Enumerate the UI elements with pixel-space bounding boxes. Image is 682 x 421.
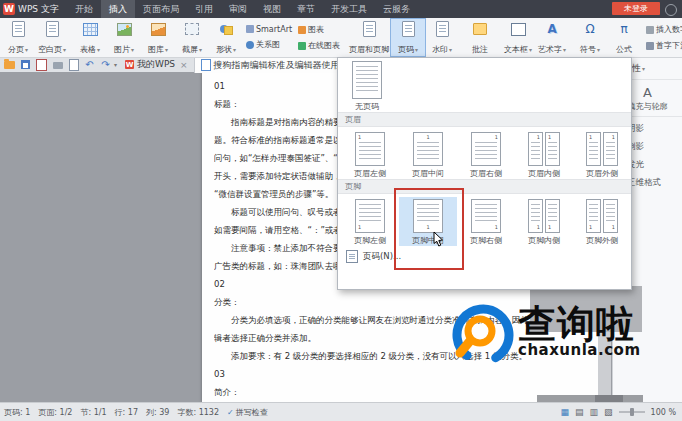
page-number-icon [402, 21, 415, 37]
screenshot-button[interactable]: 截屏 [175, 19, 209, 56]
gallery-button[interactable]: 图库 [141, 19, 175, 56]
ribbon-group-comment: 批注 [462, 18, 498, 57]
wordart-icon: A [547, 21, 556, 37]
option-footer-left[interactable]: 1 页脚左侧 [341, 197, 399, 246]
footer-options-row: 1 页脚左侧 1 页脚中间 1 页脚右侧 1 1 页脚内侧 1 [338, 194, 631, 246]
watermark-icon [436, 21, 449, 37]
option-header-outside[interactable]: 1 1 页眉外侧 [573, 130, 631, 179]
view-mode-fullscreen-icon[interactable]: ▧ [604, 408, 613, 417]
symbol-button[interactable]: Ω 符号 [573, 19, 607, 56]
page-number-dropdown: 无页码 页眉 1 页眉左侧 1 页眉中间 1 页眉右侧 1 1 页眉内侧 [337, 57, 632, 290]
picture-button[interactable]: 图片 [107, 19, 141, 56]
option-header-inside[interactable]: 1 1 页眉内侧 [515, 130, 573, 179]
option-footer-inside[interactable]: 1 1 页脚内侧 [515, 197, 573, 246]
insert-number-icon [646, 26, 654, 34]
watermark: 查询啦 chaxunla.com [450, 303, 641, 369]
option-header-right[interactable]: 1 页眉右侧 [457, 130, 515, 179]
table-button[interactable]: 表格 [73, 19, 107, 56]
blank-page-button[interactable]: 空白页 [35, 19, 69, 56]
drop-cap-button[interactable]: 首字下沉 [646, 40, 682, 51]
save-icon[interactable] [19, 59, 32, 71]
section-header-header: 页眉 [338, 112, 631, 127]
chart-button[interactable]: 图表 [298, 24, 340, 35]
zoom-level[interactable]: 100 % [651, 408, 676, 417]
skin-icon[interactable] [665, 4, 677, 16]
tab-view[interactable]: 视图 [255, 0, 289, 18]
textbox-button[interactable]: 文本框 [501, 19, 535, 56]
smartart-button[interactable]: SmartArt [246, 25, 292, 34]
watermark-button[interactable]: 水印 [425, 19, 459, 56]
wordart-button[interactable]: A 艺术字 [535, 19, 569, 56]
tab-references[interactable]: 引用 [187, 0, 221, 18]
relation-chart-button[interactable]: 关系图 [246, 39, 292, 50]
header-footer-button[interactable]: 页眉和页脚 [347, 19, 391, 56]
status-line: 行: 17 [115, 407, 138, 418]
watermark-site: chaxunla.com [518, 341, 641, 359]
ribbon-group-text: 文本框 A 艺术字 [500, 18, 570, 57]
no-number-thumbnail [352, 61, 382, 99]
chart-column: 图表 在线图表 [295, 19, 343, 56]
insert-number-button[interactable]: 插入数字 [646, 24, 682, 35]
section-header-footer: 页脚 [338, 179, 631, 194]
ribbon-group-symbols: Ω 符号 π 公式 [572, 18, 642, 57]
open-file-icon[interactable] [3, 59, 16, 71]
ribbon-group-illustrations: 表格 图片 图库 截屏 形状 SmartArt [72, 18, 344, 57]
header-options-row: 1 页眉左侧 1 页眉中间 1 页眉右侧 1 1 页眉内侧 1 [338, 127, 631, 179]
view-mode-outline-icon[interactable]: ▥ [590, 408, 599, 417]
comment-button[interactable]: 批注 [463, 19, 497, 56]
view-mode-web-icon[interactable]: ▤ [575, 408, 584, 417]
equation-button[interactable]: π 公式 [607, 19, 641, 56]
tab-home[interactable]: 开始 [67, 0, 101, 18]
page-number-button[interactable]: 页码 [391, 19, 425, 56]
blank-page-icon [46, 21, 59, 37]
document-tab-icon [201, 59, 211, 71]
app-name: WPS 文字 [18, 3, 59, 16]
view-mode-print-icon[interactable]: ▦ [561, 408, 570, 417]
gallery-icon [151, 21, 166, 37]
online-chart-button[interactable]: 在线图表 [298, 40, 340, 51]
drop-cap-icon [646, 42, 654, 50]
tab-insert[interactable]: 插入 [101, 0, 135, 18]
spell-check-toggle[interactable]: ✓ 拼写检查 [227, 407, 268, 418]
zoom-slider[interactable] [619, 411, 645, 413]
doc-tab-home[interactable]: W 我的WPS × [119, 57, 194, 72]
tab-section[interactable]: 章节 [289, 0, 323, 18]
watermark-name: 查询啦 [518, 303, 641, 345]
page-break-button[interactable]: 分页 [1, 19, 35, 56]
tab-developer[interactable]: 开发工具 [323, 0, 375, 18]
option-footer-right[interactable]: 1 页脚右侧 [457, 197, 515, 246]
option-no-page-number[interactable]: 无页码 [352, 61, 382, 112]
close-icon[interactable]: × [180, 60, 188, 70]
option-footer-center-selected[interactable]: 1 页脚中间 [399, 197, 457, 246]
picture-icon [117, 21, 132, 37]
toolbar-caret-icon[interactable]: ▾ [114, 61, 117, 68]
ribbon: 分页 空白页 表格 图片 图库 截屏 [0, 18, 682, 58]
tab-review[interactable]: 审阅 [221, 0, 255, 18]
option-header-left[interactable]: 1 页眉左侧 [341, 130, 399, 179]
print-icon[interactable] [51, 59, 64, 71]
status-section: 节: 1/1 [80, 407, 106, 418]
page-number-more-item[interactable]: 页码(N)... [338, 246, 631, 263]
status-word-count[interactable]: 字数: 1132 [177, 407, 219, 418]
relation-chart-icon [246, 41, 254, 49]
status-bar: 页码: 1 页面: 1/2 节: 1/1 行: 17 列: 39 字数: 113… [0, 402, 682, 421]
chart-icon [298, 26, 306, 34]
option-header-center[interactable]: 1 页眉中间 [399, 130, 457, 179]
page-number-dialog-icon [346, 250, 358, 263]
header-footer-icon [363, 21, 376, 37]
zoom-slider-knob[interactable] [630, 408, 634, 416]
print-preview-icon[interactable] [67, 59, 80, 71]
undo-icon[interactable]: ↶ [83, 59, 96, 71]
app-logo[interactable]: W WPS 文字 [0, 3, 67, 16]
smartart-icon [246, 25, 254, 33]
status-column: 列: 39 [146, 407, 169, 418]
redo-icon[interactable]: ↷ [99, 59, 112, 71]
login-button[interactable]: 未登录 [612, 2, 660, 15]
chaxunla-logo-icon [450, 303, 514, 369]
tab-page-layout[interactable]: 页面布局 [135, 0, 187, 18]
option-footer-outside[interactable]: 1 1 页脚外侧 [573, 197, 631, 246]
export-pdf-icon[interactable] [35, 59, 48, 71]
shapes-button[interactable]: 形状 [209, 19, 243, 56]
wps-tab-icon: W [125, 60, 134, 69]
tab-cloud[interactable]: 云服务 [375, 0, 418, 18]
